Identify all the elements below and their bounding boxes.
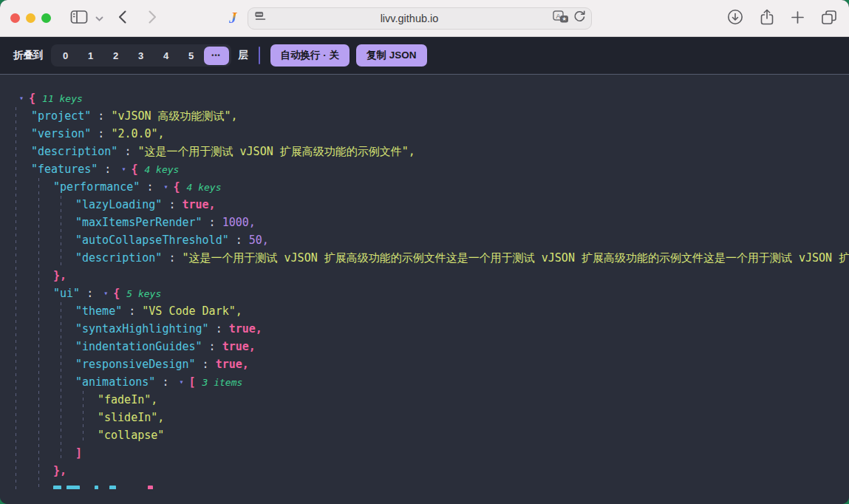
json-key: "project" [31,109,91,123]
partial-key-fragment [53,486,61,489]
json-line-version: "version" : "2.0.0", [0,125,849,143]
collapse-level-0-button[interactable]: 0 [53,47,78,64]
open-brace: { [113,287,120,300]
open-brace: { [29,92,35,105]
json-key: "version" [31,127,91,140]
key-count-badge: 5 keys [126,288,161,299]
json-boolean-value: true, [229,322,262,336]
json-boolean-value: true, [183,198,216,211]
json-string-value: "2.0.0", [111,127,164,140]
json-line-long-description: "description" : "这是一个用于测试 vJSON 扩展高级功能的示… [0,249,849,267]
colon: : [162,251,182,265]
collapse-level-2-button[interactable]: 2 [103,47,129,64]
colon: : [162,198,182,211]
sidebar-toggle-button[interactable] [69,8,89,28]
collapse-level-1-button[interactable]: 1 [78,47,103,64]
address-bar[interactable]: livv.github.io A ★ [248,7,592,30]
json-string-value: "fadeIn", [98,393,157,406]
json-key: "maxItemsPerRender" [75,216,202,229]
colon: : [209,322,229,336]
back-button[interactable] [117,9,128,27]
forward-button[interactable] [147,9,158,27]
zoom-window-button[interactable] [41,13,51,23]
collapse-caret-icon[interactable]: ▾ [164,183,168,191]
json-key: "lazyLoading" [75,198,162,211]
json-string-value: "这是一个用于测试 vJSON 扩展高级功能的示例文件这是一个用于测试 vJSO… [183,251,849,265]
colon: : [117,145,137,158]
colon: : [229,234,249,247]
layer-label: 层 [239,49,249,62]
json-line-features-open: "features" : ▾{4 keys [0,160,849,178]
reload-icon[interactable] [573,10,585,26]
json-line-performance-open: "performance" : ▾{4 keys [0,178,849,196]
partial-key-fragment [95,486,98,489]
open-brace: { [131,163,137,176]
share-button[interactable] [758,7,776,30]
open-brace: { [174,180,180,194]
json-line-root-open: ▾{11 keys [0,89,849,107]
collapse-level-5-button[interactable]: 5 [179,47,204,64]
json-boolean-value: true, [216,358,249,371]
new-tab-button[interactable] [789,9,806,28]
json-line-animations-close: ] [0,444,849,462]
collapse-caret-icon[interactable]: ▾ [19,94,24,102]
json-string-value: "这是一个用于测试 vJSON 扩展高级功能的示例文件", [138,145,415,158]
json-key: "theme" [75,304,122,318]
partial-key-fragment [109,486,116,489]
copy-json-button[interactable]: 复制 JSON [356,44,427,67]
collapse-caret-icon[interactable]: ▾ [121,165,126,173]
more-levels-button[interactable]: ••• [204,47,229,65]
colon: : [202,340,222,353]
sidebar-menu-chevron[interactable] [94,11,105,25]
json-string-value: "VS Code Dark", [142,304,242,318]
collapse-level-4-button[interactable]: 4 [154,47,179,64]
colon: : [91,109,111,123]
window-controls [10,13,51,23]
json-line-responsivedesign: "responsiveDesign" : true, [0,355,849,373]
colon: : [122,304,142,318]
json-line-autocollapse: "autoCollapseThreshold" : 50, [0,231,849,249]
reader-view-icon[interactable] [254,11,267,26]
browser-chrome: J livv.github.io A ★ [0,0,849,37]
collapse-level-group: 0 1 2 3 4 5 ••• [51,44,231,67]
json-key: "description" [75,251,162,265]
tabs-overview-icon [821,10,837,27]
chevron-down-icon [95,13,103,24]
download-icon [727,9,743,27]
close-bracket: ] [75,446,82,460]
extension-favicon-j[interactable]: J [229,10,237,26]
json-key: "performance" [53,180,140,194]
minimize-window-button[interactable] [26,13,35,23]
collapse-level-3-button[interactable]: 3 [129,47,154,64]
forward-arrow-icon [149,10,157,26]
translate-icon[interactable]: A ★ [553,10,569,26]
json-key: "autoCollapseThreshold" [75,234,229,247]
key-count-badge: 4 keys [187,182,222,193]
colon: : [80,287,100,300]
partial-brace-fragment [148,486,153,489]
json-key: "animations" [75,375,155,389]
json-key: "responsiveDesign" [75,358,196,371]
json-line-ui-open: "ui" : ▾{5 keys [0,285,849,302]
collapse-caret-icon[interactable]: ▾ [103,289,108,297]
item-count-badge: 3 items [202,377,243,388]
close-brace: }, [53,464,67,477]
colon: : [140,180,160,194]
key-count-badge: 11 keys [42,93,83,104]
collapse-caret-icon[interactable]: ▾ [179,378,183,386]
downloads-button[interactable] [726,7,745,29]
json-line-performance-close: }, [0,267,849,285]
json-line-array-item: "slideIn", [0,409,849,426]
word-wrap-toggle-button[interactable]: 自动换行 · 关 [270,44,350,67]
json-line-syntaxhighlighting: "syntaxHighlighting" : true, [0,320,849,338]
json-key: "description" [31,145,117,158]
json-number-value: 50, [249,234,269,247]
tab-overview-button[interactable] [819,8,839,29]
json-line-array-item: "collapse" [0,426,849,444]
json-string-value: "slideIn", [98,411,164,424]
key-count-badge: 4 keys [144,164,179,175]
json-viewer-toolbar: 折叠到 0 1 2 3 4 5 ••• 层 自动换行 · 关 复制 JSON [0,37,849,75]
close-window-button[interactable] [10,13,20,23]
collapse-to-label: 折叠到 [13,49,44,62]
json-key: "features" [31,163,98,176]
